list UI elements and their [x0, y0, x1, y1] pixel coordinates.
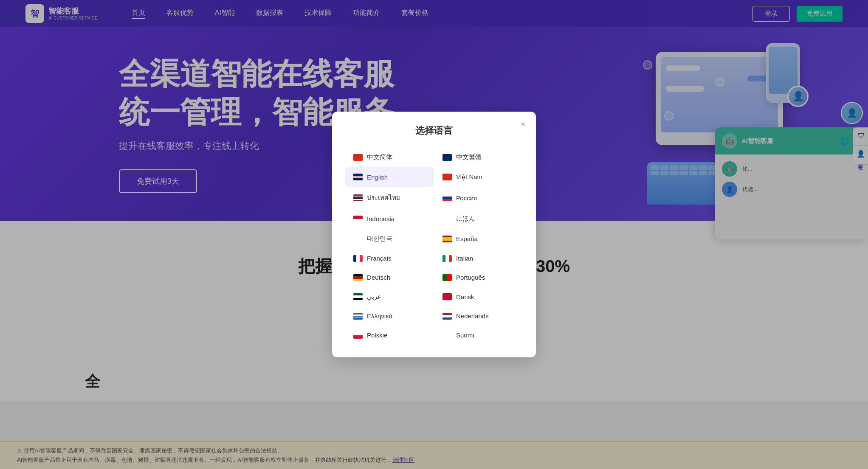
lang-item-it[interactable]: Italian [434, 249, 523, 268]
flag-de [353, 274, 363, 281]
lang-label-pl: Polskie [367, 331, 387, 339]
lang-label-en: English [367, 174, 388, 181]
flag-id [353, 216, 363, 222]
lang-label-jp: にほん [456, 215, 475, 223]
flag-ru [442, 194, 452, 201]
flag-pl [353, 332, 363, 339]
lang-item-id[interactable]: Indonesia [345, 209, 434, 229]
lang-item-zh-cn[interactable]: 中文简体 [345, 147, 434, 167]
flag-ar [353, 293, 363, 300]
language-grid: 中文简体 中文繁體 English Việt Nam ประเทศไทย [345, 147, 523, 345]
modal-title: 选择语言 [345, 124, 523, 137]
language-modal: 选择语言 × 中文简体 中文繁體 English Việt Nam [332, 112, 536, 357]
flag-gr [353, 313, 363, 320]
flag-dk [442, 293, 452, 300]
lang-item-pt[interactable]: Português [434, 268, 523, 287]
lang-label-kr: 대한민국 [367, 235, 392, 243]
flag-es [442, 236, 452, 242]
lang-item-zh-tw[interactable]: 中文繁體 [434, 147, 523, 167]
lang-item-gr[interactable]: Ελληνικά [345, 306, 434, 326]
lang-item-nl[interactable]: Nederlands [434, 306, 523, 326]
flag-nl [442, 313, 452, 320]
flag-vn [442, 174, 452, 180]
lang-item-en[interactable]: English [345, 167, 434, 187]
flag-pt [442, 274, 452, 281]
flag-kr [353, 236, 363, 242]
lang-label-ru: Россия [456, 194, 477, 202]
lang-label-dk: Dansk [456, 293, 474, 300]
flag-zh-tw [442, 154, 452, 161]
lang-item-de[interactable]: Deutsch [345, 268, 434, 287]
lang-label-id: Indonesia [367, 215, 395, 222]
lang-item-fr[interactable]: Français [345, 249, 434, 268]
lang-item-kr[interactable]: 대한민국 [345, 229, 434, 249]
lang-label-es: España [456, 235, 478, 242]
lang-item-jp[interactable]: にほん [434, 209, 523, 229]
lang-label-th: ประเทศไทย [367, 193, 400, 203]
modal-overlay[interactable]: 选择语言 × 中文简体 中文繁體 English Việt Nam [0, 0, 868, 469]
flag-fi [442, 332, 452, 339]
lang-label-fr: Français [367, 255, 392, 262]
lang-label-gr: Ελληνικά [367, 312, 392, 320]
lang-item-vn[interactable]: Việt Nam [434, 167, 523, 187]
lang-label-zh-tw: 中文繁體 [456, 153, 482, 161]
flag-jp [442, 216, 452, 222]
lang-item-pl[interactable]: Polskie [345, 326, 434, 345]
flag-en [353, 174, 363, 180]
lang-label-fi: Suomi [456, 331, 474, 339]
flag-th [353, 194, 363, 201]
lang-item-th[interactable]: ประเทศไทย [345, 187, 434, 209]
lang-item-ar[interactable]: عربي [345, 287, 434, 306]
lang-label-zh-cn: 中文简体 [367, 153, 392, 161]
lang-item-dk[interactable]: Dansk [434, 287, 523, 306]
lang-item-fi[interactable]: Suomi [434, 326, 523, 345]
modal-close-button[interactable]: × [517, 118, 529, 130]
flag-fr [353, 255, 363, 262]
lang-label-pt: Português [456, 274, 485, 281]
lang-item-ru[interactable]: Россия [434, 187, 523, 209]
lang-label-nl: Nederlands [456, 312, 489, 320]
lang-item-es[interactable]: España [434, 229, 523, 249]
flag-zh-cn [353, 154, 363, 161]
flag-it [442, 255, 452, 262]
lang-label-vn: Việt Nam [456, 173, 482, 181]
lang-label-ar: عربي [367, 293, 381, 300]
lang-label-de: Deutsch [367, 274, 390, 281]
lang-label-it: Italian [456, 255, 473, 262]
